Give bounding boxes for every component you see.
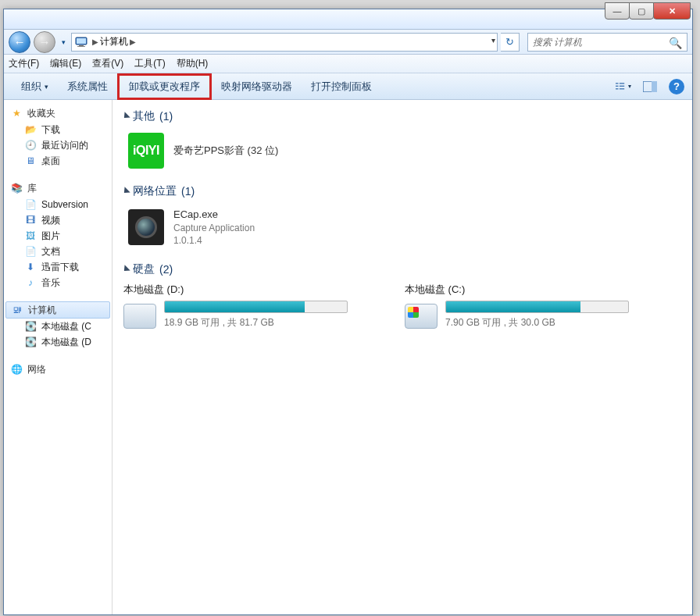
- network-icon: 🌐: [10, 363, 23, 376]
- history-dropdown[interactable]: ▾: [59, 34, 68, 51]
- sidebar-item-drive-d[interactable]: 💽本地磁盘 (D: [5, 334, 110, 350]
- svg-rect-7: [620, 85, 624, 86]
- folder-icon: 📂: [24, 123, 37, 136]
- music-icon: ♪: [24, 276, 37, 289]
- sidebar-network[interactable]: 🌐网络: [5, 361, 110, 378]
- address-path: 计算机: [100, 35, 128, 48]
- address-dropdown-icon[interactable]: ▾: [491, 36, 495, 45]
- search-input[interactable]: [533, 37, 658, 48]
- drive-free: 7.90 GB 可用 , 共 30.0 GB: [445, 316, 629, 329]
- drive-icon: 💽: [24, 320, 37, 333]
- explorer-window: — ▢ ✕ ← → ▾ ▶ 计算机 ▶ ▾ ↻ 🔍 文件(F) 编辑(E) 查看…: [3, 9, 693, 615]
- drive-icon: 💽: [24, 336, 37, 348]
- menu-tools[interactable]: 工具(T): [134, 57, 165, 70]
- titlebar: — ▢ ✕: [4, 9, 692, 30]
- sidebar-item-downloads[interactable]: 📂下载: [5, 122, 110, 137]
- drive-d[interactable]: 本地磁盘 (D:) 18.9 GB 可用 , 共 81.7 GB: [123, 283, 358, 329]
- sidebar-item-drive-c[interactable]: 💽本地磁盘 (C: [5, 319, 110, 334]
- group-network-header[interactable]: 网络位置 (1): [123, 184, 681, 198]
- uninstall-change-program-button[interactable]: 卸载或更改程序: [117, 73, 212, 100]
- library-icon: 📚: [10, 182, 23, 194]
- item-ecap[interactable]: ECap.exe Capture Application 1.0.1.4: [123, 205, 681, 250]
- svg-rect-6: [616, 85, 619, 86]
- svg-rect-11: [652, 81, 657, 92]
- group-drives-header[interactable]: 硬盘 (2): [123, 262, 681, 276]
- svg-rect-9: [620, 88, 624, 89]
- command-bar: 组织▾ 系统属性 卸载或更改程序 映射网络驱动器 打开控制面板 ▾ ?: [4, 73, 692, 100]
- sidebar-item-documents[interactable]: 📄文档: [5, 244, 110, 259]
- menu-help[interactable]: 帮助(H): [177, 57, 209, 70]
- sidebar-item-desktop[interactable]: 🖥桌面: [5, 153, 110, 169]
- collapse-icon: [121, 265, 130, 273]
- view-options-icon[interactable]: ▾: [616, 79, 631, 94]
- download-icon: ⬇: [24, 261, 37, 273]
- maximize-button[interactable]: ▢: [629, 2, 654, 20]
- sidebar-item-pictures[interactable]: 🖼图片: [5, 228, 110, 244]
- back-button[interactable]: ←: [9, 31, 30, 53]
- organize-button[interactable]: 组织▾: [12, 73, 58, 99]
- item-name: ECap.exe: [173, 208, 255, 222]
- sidebar-item-music[interactable]: ♪音乐: [5, 275, 110, 290]
- sidebar-favorites[interactable]: ★收藏夹: [5, 105, 110, 122]
- refresh-button[interactable]: ↻: [501, 33, 520, 52]
- help-icon[interactable]: ?: [669, 79, 684, 94]
- desktop-icon: 🖥: [24, 155, 37, 167]
- sidebar-libraries[interactable]: 📚库: [5, 180, 110, 197]
- search-box[interactable]: 🔍: [527, 33, 688, 52]
- svg-rect-1: [77, 38, 86, 44]
- computer-icon: 🖳: [11, 304, 23, 316]
- forward-button: →: [34, 31, 55, 53]
- collapse-icon: [121, 187, 130, 195]
- drive-bar: [164, 301, 348, 313]
- sidebar-item-thunder[interactable]: ⬇迅雷下载: [5, 259, 110, 275]
- item-version: 1.0.1.4: [173, 234, 255, 247]
- map-network-drive-button[interactable]: 映射网络驱动器: [212, 73, 302, 99]
- nav-row: ← → ▾ ▶ 计算机 ▶ ▾ ↻ 🔍: [4, 30, 692, 55]
- drive-free: 18.9 GB 可用 , 共 81.7 GB: [164, 316, 348, 329]
- item-name: 爱奇艺PPS影音 (32 位): [173, 144, 278, 158]
- path-sep-icon: ▶: [128, 37, 138, 46]
- item-description: Capture Application: [173, 222, 255, 234]
- svg-rect-8: [616, 88, 619, 89]
- address-bar[interactable]: ▶ 计算机 ▶ ▾: [71, 33, 498, 52]
- sidebar-item-videos[interactable]: 🎞视频: [5, 212, 110, 228]
- camera-icon: [128, 209, 164, 245]
- search-icon: 🔍: [669, 37, 682, 49]
- menubar: 文件(F) 编辑(E) 查看(V) 工具(T) 帮助(H): [4, 55, 692, 73]
- recent-icon: 🕘: [24, 139, 37, 151]
- sidebar: ★收藏夹 📂下载 🕘最近访问的 🖥桌面 📚库 📄Subversion 🎞视频 🖼…: [4, 100, 112, 614]
- drive-icon: [405, 304, 438, 329]
- menu-edit[interactable]: 编辑(E): [50, 57, 81, 70]
- document-icon: 📄: [24, 245, 37, 258]
- collapse-icon: [121, 112, 130, 120]
- document-icon: 📄: [24, 198, 37, 211]
- preview-pane-icon[interactable]: [642, 79, 658, 94]
- iqiyi-icon: iQIYI: [128, 133, 164, 169]
- svg-rect-4: [616, 83, 619, 84]
- drive-name: 本地磁盘 (C:): [405, 283, 639, 297]
- svg-rect-5: [620, 83, 624, 84]
- open-control-panel-button[interactable]: 打开控制面板: [302, 73, 381, 99]
- content-pane: 其他 (1) iQIYI 爱奇艺PPS影音 (32 位) 网络位置 (1): [112, 100, 692, 614]
- system-properties-button[interactable]: 系统属性: [58, 73, 117, 99]
- item-iqiyi[interactable]: iQIYI 爱奇艺PPS影音 (32 位): [123, 130, 681, 172]
- group-other-header[interactable]: 其他 (1): [123, 109, 681, 123]
- star-icon: ★: [10, 107, 23, 119]
- drive-bar: [445, 301, 629, 313]
- menu-file[interactable]: 文件(F): [9, 57, 39, 70]
- svg-rect-2: [79, 45, 84, 46]
- svg-rect-3: [77, 46, 85, 47]
- drive-icon: [123, 304, 156, 329]
- close-button[interactable]: ✕: [653, 2, 691, 20]
- computer-icon: [75, 36, 88, 48]
- sidebar-item-subversion[interactable]: 📄Subversion: [5, 197, 110, 212]
- menu-view[interactable]: 查看(V): [92, 57, 123, 70]
- sidebar-item-recent[interactable]: 🕘最近访问的: [5, 137, 110, 153]
- drive-name: 本地磁盘 (D:): [123, 283, 358, 297]
- video-icon: 🎞: [24, 214, 37, 226]
- drive-c[interactable]: 本地磁盘 (C:) 7.90 GB 可用 , 共 30.0 GB: [405, 283, 639, 329]
- picture-icon: 🖼: [24, 230, 37, 242]
- minimize-button[interactable]: —: [605, 2, 630, 20]
- sidebar-computer[interactable]: 🖳计算机: [5, 301, 110, 319]
- path-sep-icon: ▶: [91, 37, 100, 46]
